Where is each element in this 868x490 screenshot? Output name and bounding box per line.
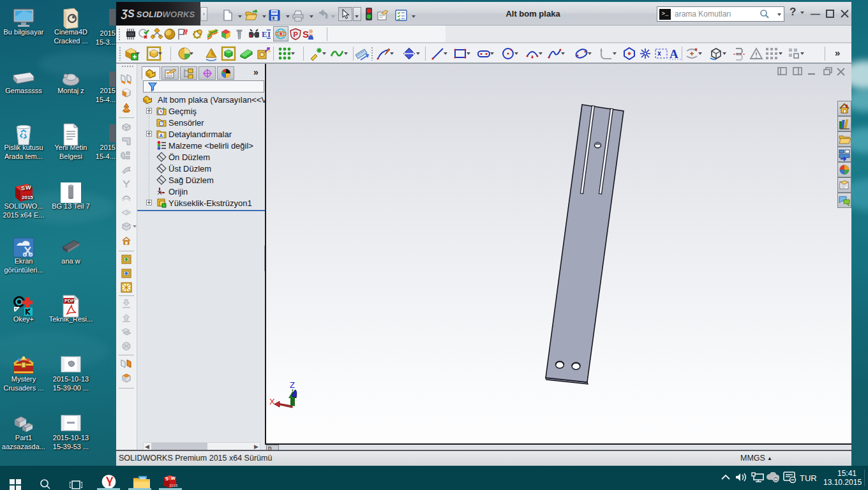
- svg-text:A: A: [670, 47, 678, 61]
- svg-text:A: A: [160, 133, 163, 138]
- svg-text:X: X: [269, 397, 275, 406]
- svg-text:W: W: [171, 476, 176, 480]
- svg-text:P: P: [294, 31, 298, 38]
- svg-text:2015: 2015: [169, 484, 178, 487]
- svg-text:W: W: [26, 184, 31, 191]
- svg-text:Z: Z: [290, 380, 295, 390]
- svg-text:E: E: [262, 29, 267, 39]
- svg-text:2015: 2015: [22, 195, 33, 200]
- svg-text:S: S: [303, 29, 309, 40]
- svg-text:PDF: PDF: [64, 298, 74, 304]
- svg-text:S: S: [165, 477, 168, 481]
- svg-text:S: S: [21, 185, 25, 191]
- svg-text:I: I: [267, 29, 271, 39]
